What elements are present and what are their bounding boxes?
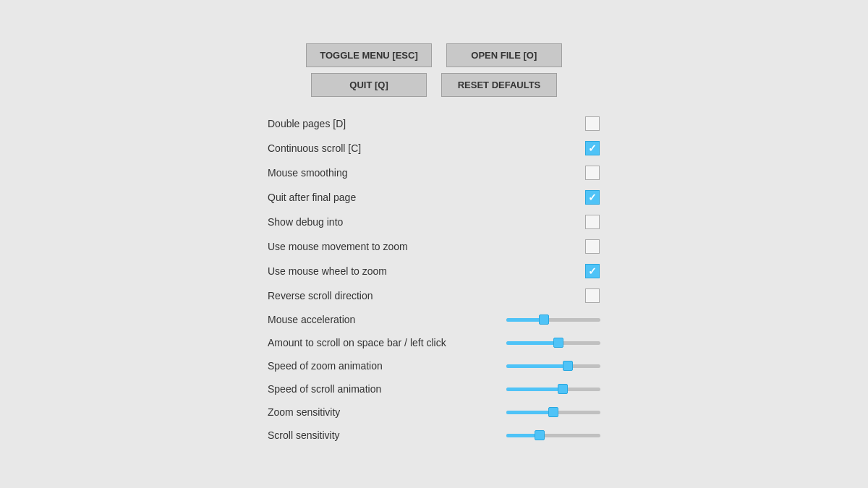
setting-row-quit-after-final: Quit after final page✓ (253, 185, 615, 210)
checkbox-wrapper-continuous-scroll: ✓ (584, 140, 600, 156)
label-continuous-scroll: Continuous scroll [C] (268, 142, 361, 154)
slider-wrapper-scroll-animation (506, 382, 600, 396)
setting-row-zoom-sensitivity: Zoom sensitivity (253, 401, 615, 424)
slider-track-zoom-sensitivity (506, 411, 600, 414)
checkbox-wrapper-quit-after-final: ✓ (584, 189, 600, 205)
reset-defaults-button[interactable]: RESET DEFAULTS (441, 73, 557, 97)
slider-track-mouse-acceleration (506, 318, 600, 322)
checkbox-wrapper-mouse-wheel-zoom: ✓ (584, 263, 600, 279)
slider-thumb-zoom-animation[interactable] (563, 361, 573, 371)
label-double-pages: Double pages [D] (268, 118, 346, 129)
setting-row-mouse-wheel-zoom: Use mouse wheel to zoom✓ (253, 259, 615, 283)
slider-wrapper-scroll-sensitivity (506, 428, 600, 442)
checkbox-continuous-scroll[interactable]: ✓ (585, 141, 600, 155)
setting-row-zoom-animation: Speed of zoom animation (253, 354, 615, 377)
slider-wrapper-scroll-spacebar (506, 335, 600, 350)
settings-list: Double pages [D]Continuous scroll [C]✓Mo… (253, 111, 615, 447)
label-mouse-acceleration: Mouse acceleration (268, 314, 355, 325)
label-mouse-smoothing: Mouse smoothing (268, 167, 348, 179)
setting-row-mouse-acceleration: Mouse acceleration (253, 308, 615, 331)
checkbox-reverse-scroll[interactable] (585, 288, 600, 303)
slider-track-zoom-animation (506, 364, 600, 368)
checkbox-wrapper-double-pages (584, 116, 600, 132)
slider-thumb-zoom-sensitivity[interactable] (548, 407, 558, 417)
slider-wrapper-zoom-sensitivity (506, 405, 600, 419)
slider-track-scroll-animation (506, 388, 600, 391)
label-zoom-animation: Speed of zoom animation (268, 360, 383, 372)
checkbox-wrapper-reverse-scroll (584, 288, 600, 304)
slider-fill-zoom-animation (506, 364, 568, 368)
label-zoom-sensitivity: Zoom sensitivity (268, 406, 340, 418)
setting-row-scroll-spacebar: Amount to scroll on space bar / left cli… (253, 331, 615, 354)
checkbox-wrapper-show-debug (584, 214, 600, 230)
checkbox-use-mouse-zoom[interactable] (585, 239, 600, 254)
checkbox-double-pages[interactable] (585, 116, 600, 131)
slider-thumb-scroll-sensitivity[interactable] (535, 430, 545, 440)
label-reverse-scroll: Reverse scroll direction (268, 290, 373, 301)
open-file-button[interactable]: OPEN FILE [O] (446, 43, 562, 67)
label-use-mouse-zoom: Use mouse movement to zoom (268, 241, 408, 252)
label-show-debug: Show debug into (268, 216, 343, 228)
label-scroll-spacebar: Amount to scroll on space bar / left cli… (268, 337, 446, 348)
setting-row-mouse-smoothing: Mouse smoothing (253, 160, 615, 185)
slider-fill-scroll-animation (506, 388, 563, 391)
setting-row-show-debug: Show debug into (253, 210, 615, 234)
slider-fill-scroll-spacebar (506, 341, 558, 345)
label-quit-after-final: Quit after final page (268, 192, 356, 203)
quit-button[interactable]: QUIT [Q] (311, 73, 427, 97)
checkbox-show-debug[interactable] (585, 215, 600, 229)
setting-row-scroll-animation: Speed of scroll animation (253, 377, 615, 401)
setting-row-continuous-scroll: Continuous scroll [C]✓ (253, 136, 615, 160)
label-scroll-animation: Speed of scroll animation (268, 383, 381, 395)
checkbox-wrapper-mouse-smoothing (584, 165, 600, 181)
slider-thumb-scroll-spacebar[interactable] (553, 338, 563, 348)
setting-row-use-mouse-zoom: Use mouse movement to zoom (253, 234, 615, 259)
slider-wrapper-mouse-acceleration (506, 312, 600, 327)
label-scroll-sensitivity: Scroll sensitivity (268, 429, 340, 441)
slider-track-scroll-sensitivity (506, 434, 600, 437)
checkbox-quit-after-final[interactable]: ✓ (585, 190, 600, 205)
setting-row-double-pages: Double pages [D] (253, 111, 615, 136)
slider-fill-zoom-sensitivity (506, 411, 553, 414)
slider-thumb-scroll-animation[interactable] (558, 384, 568, 394)
setting-row-reverse-scroll: Reverse scroll direction (253, 283, 615, 308)
slider-wrapper-zoom-animation (506, 359, 600, 373)
toggle-menu-button[interactable]: TOGGLE MENU [ESC] (306, 43, 432, 67)
label-mouse-wheel-zoom: Use mouse wheel to zoom (268, 265, 387, 277)
slider-thumb-mouse-acceleration[interactable] (539, 314, 549, 325)
checkbox-wrapper-use-mouse-zoom (584, 239, 600, 254)
setting-row-scroll-sensitivity: Scroll sensitivity (253, 424, 615, 447)
slider-track-scroll-spacebar (506, 341, 600, 345)
checkbox-mouse-wheel-zoom[interactable]: ✓ (585, 264, 600, 278)
checkbox-mouse-smoothing[interactable] (585, 166, 600, 180)
